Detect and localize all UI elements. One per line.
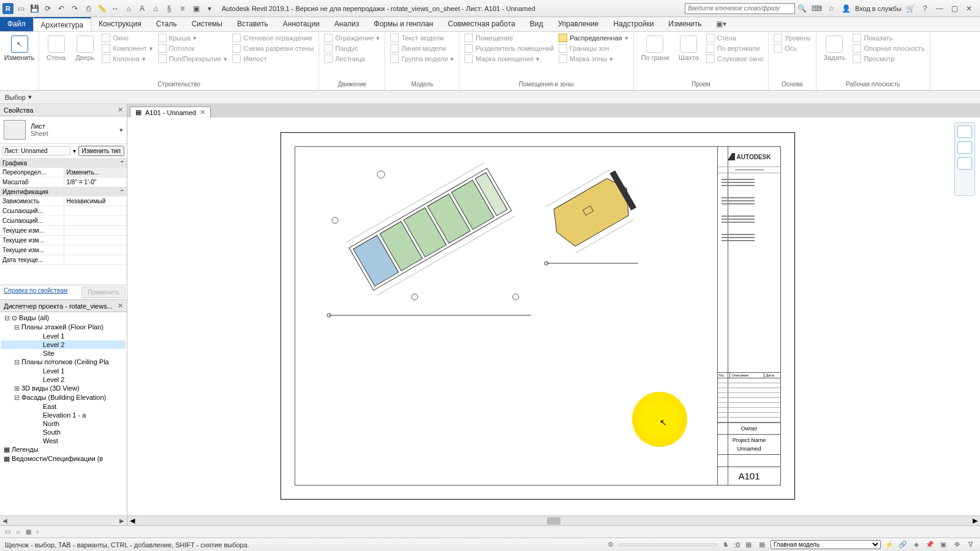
open-icon[interactable]: ▭: [15, 2, 27, 15]
undo-icon[interactable]: ↶: [55, 2, 67, 15]
floor-button[interactable]: Пол/Перекрытие ▾: [156, 54, 230, 64]
ref-plane-button[interactable]: Опорная плоскость: [850, 43, 927, 53]
model-text-button[interactable]: Текст модели: [388, 33, 456, 43]
tree-view-selected[interactable]: Level 2: [1, 340, 126, 349]
sel-link-icon[interactable]: 🔗: [898, 540, 908, 550]
curtain-grid-button[interactable]: Схема разрезки стены: [230, 43, 316, 53]
tab-annotate[interactable]: Аннотации: [276, 17, 327, 31]
viewport-plan-1[interactable]: [320, 159, 534, 324]
3d-icon[interactable]: ⌂: [149, 2, 162, 15]
tree-group[interactable]: ⊞3D виды (3D View): [1, 384, 126, 393]
tree-view[interactable]: Level 1: [1, 367, 126, 375]
close-icon[interactable]: ✕: [963, 2, 975, 15]
tab-addins[interactable]: Надстройки: [606, 17, 662, 31]
maximize-icon[interactable]: ▢: [948, 2, 960, 15]
tab-insert[interactable]: Вставить: [230, 17, 276, 31]
minimize-icon[interactable]: —: [933, 2, 946, 15]
filter2-icon[interactable]: ▦: [757, 540, 767, 550]
star-icon[interactable]: ☆: [826, 2, 838, 15]
tree-view[interactable]: West: [1, 437, 126, 445]
stair-button[interactable]: Лестница: [322, 54, 382, 64]
window-button[interactable]: Окно: [99, 33, 155, 43]
area-boundary-button[interactable]: Границы зон: [556, 43, 630, 53]
pan-icon[interactable]: [957, 157, 972, 170]
tab-analyze[interactable]: Анализ: [327, 17, 367, 31]
door-button[interactable]: Дверь: [70, 33, 99, 64]
horizontal-scrollbar[interactable]: ◀▶: [127, 515, 980, 525]
wall-button[interactable]: Стена: [42, 33, 70, 64]
print-icon[interactable]: ⎙: [82, 2, 94, 15]
thin-lines-icon[interactable]: ≡: [176, 2, 189, 15]
sign-in-link[interactable]: Вход в службы: [855, 5, 902, 12]
prop-row[interactable]: Текущее изм...: [0, 226, 127, 236]
main-model-dropdown[interactable]: Главная модель: [771, 540, 881, 549]
prop-row[interactable]: Дата текуще...: [0, 255, 127, 265]
room-sep-button[interactable]: Разделитель помещений: [462, 43, 556, 53]
tree-view[interactable]: Level 2: [1, 375, 126, 384]
tree-view[interactable]: North: [1, 419, 126, 428]
prop-row[interactable]: Ссылающий...: [0, 216, 127, 226]
sync-icon[interactable]: ⟳: [42, 2, 54, 15]
visual-style-icon[interactable]: ▦: [26, 528, 31, 535]
category-identity[interactable]: Идентификация⌃: [0, 187, 127, 197]
railing-button[interactable]: Ограждение ▾: [322, 33, 382, 43]
wall-opening-button[interactable]: Стена: [704, 33, 766, 43]
infocenter-icon[interactable]: 🔍: [796, 2, 809, 15]
ramp-button[interactable]: Пандус: [322, 43, 382, 53]
design-options-icon[interactable]: ⚡: [884, 540, 894, 550]
tab-options-icon[interactable]: ▣▾: [709, 17, 734, 31]
prop-row[interactable]: Текущее изм...: [0, 246, 127, 255]
instance-selector[interactable]: Лист: Unnamed: [2, 146, 70, 156]
level-button[interactable]: Уровень: [771, 33, 813, 43]
tab-file[interactable]: Файл: [0, 17, 33, 31]
area-button[interactable]: Распределенная ▾: [556, 33, 630, 43]
modify-button[interactable]: ↖ Изменить: [2, 33, 36, 64]
grid-button[interactable]: Ось: [771, 43, 813, 53]
sel-underlay-icon[interactable]: ◈: [911, 540, 921, 550]
viewport-plan-2[interactable]: [540, 165, 644, 276]
curtain-system-button[interactable]: Стеновое ограждение: [230, 33, 316, 43]
tab-collab[interactable]: Совместная работа: [440, 17, 522, 31]
workset-icon[interactable]: ⚙: [606, 540, 616, 550]
tab-systems[interactable]: Системы: [184, 17, 230, 31]
browser-scroll[interactable]: ◀▶: [0, 515, 127, 525]
full-nav-icon[interactable]: [957, 126, 972, 138]
model-group-button[interactable]: Группа модели ▾: [388, 54, 456, 64]
tab-massing[interactable]: Формы и генплан: [366, 17, 440, 31]
chevron-down-icon[interactable]: ▾: [73, 148, 76, 154]
tree-root[interactable]: ⊟⊙ Виды (all): [1, 313, 126, 323]
prop-row[interactable]: Ссылающий...: [0, 206, 127, 216]
show-workplane-button[interactable]: Показать: [850, 33, 927, 43]
user-icon[interactable]: 👤: [840, 2, 853, 15]
model-line-button[interactable]: Линия модели: [388, 43, 456, 53]
tab-architecture[interactable]: Архитектура: [33, 17, 92, 31]
column-button[interactable]: Колонна ▾: [99, 54, 155, 64]
dormer-button[interactable]: Слуховое окно: [704, 54, 766, 64]
tag-icon[interactable]: ⌂: [123, 2, 135, 15]
close-icon[interactable]: ✕: [118, 302, 123, 310]
navigation-bar[interactable]: [954, 122, 975, 196]
tree-legends[interactable]: ▦ Легенды: [1, 445, 126, 454]
help-icon[interactable]: ?: [919, 2, 931, 15]
by-face-button[interactable]: По грани: [636, 33, 674, 64]
dimension-icon[interactable]: ↔: [109, 2, 121, 15]
tab-steel[interactable]: Сталь: [149, 17, 184, 31]
area-tag-button[interactable]: Марка зоны ▾: [556, 54, 630, 64]
titleblock[interactable]: AUTODESK No. Описание Дата: [717, 146, 781, 485]
drag-icon[interactable]: ✥: [952, 540, 962, 550]
zoom-icon[interactable]: [957, 141, 972, 154]
select-dropdown[interactable]: Выбор▾: [5, 93, 32, 101]
roof-button[interactable]: Крыша ▾: [156, 33, 230, 43]
tree-view[interactable]: East: [1, 402, 126, 411]
properties-help-link[interactable]: Справка по свойствам: [0, 285, 80, 299]
chevron-down-icon[interactable]: ▾: [119, 126, 123, 134]
tree-view[interactable]: Level 1: [1, 332, 126, 340]
viewer-button[interactable]: Просмотр: [850, 54, 927, 64]
exchange-icon[interactable]: 🛒: [904, 2, 916, 15]
room-tag-button[interactable]: Марка помещения ▾: [462, 54, 556, 64]
doc-tab-a101[interactable]: ▦ A101 - Unnamed ✕: [130, 107, 211, 118]
tab-modify[interactable]: Изменить: [661, 17, 709, 31]
text-icon[interactable]: A: [136, 2, 148, 15]
search-input[interactable]: [685, 3, 795, 14]
vertical-opening-button[interactable]: По вертикали: [704, 43, 766, 53]
